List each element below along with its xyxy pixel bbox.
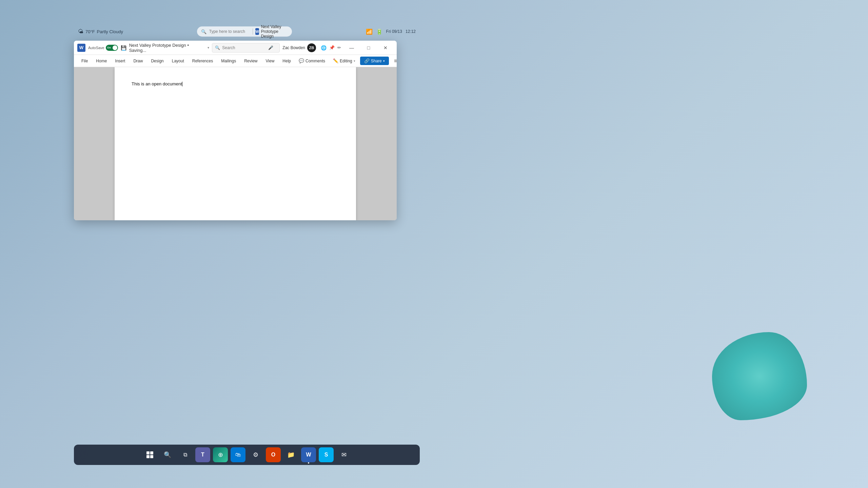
mic-icon[interactable]: 🎤 [268, 45, 273, 50]
editing-button[interactable]: ✏️ Editing ▾ [330, 57, 358, 65]
office-icon[interactable]: O [266, 447, 281, 462]
pin-icon[interactable]: 📌 [329, 45, 335, 50]
system-tray: 📶 🔋 Fri 09/13 12:12 [366, 28, 416, 35]
search-button[interactable]: 🔍 [160, 447, 175, 462]
search-icon: 🔍 [201, 29, 206, 34]
ribbon-tab-mailings[interactable]: Mailings [218, 57, 239, 65]
ribbon-tab-layout[interactable]: Layout [169, 57, 188, 65]
weather-temp: 70°F [85, 29, 95, 34]
edge-icon[interactable]: ⊕ [213, 447, 228, 462]
word-icon-small: W [255, 28, 259, 35]
taskbar-search[interactable]: 🔍 W Next Valley Prototype Design [197, 26, 292, 37]
globe-icon[interactable]: 🌐 [321, 45, 327, 50]
word-taskbar-icon[interactable]: W [301, 447, 316, 462]
doc-title-chevron[interactable]: ▾ [208, 46, 209, 49]
editing-label: Editing [340, 59, 352, 63]
word-window: W AutoSave On 💾 Next Valley Prototype De… [74, 41, 397, 220]
ribbon-search-input[interactable] [222, 45, 266, 50]
ribbon-actions: 💬 Comments ✏️ Editing ▾ 🔗 Share ▾ ≡ [296, 56, 397, 66]
ribbon-tab-help[interactable]: Help [279, 57, 294, 65]
comments-button[interactable]: 💬 Comments [296, 57, 328, 65]
explorer-icon[interactable]: 📁 [283, 447, 298, 462]
time: 12:12 [406, 29, 416, 34]
editing-icon: ✏️ [333, 58, 338, 63]
doc-title-area: Next Valley Prototype Design • Saving...… [129, 43, 210, 53]
user-area: Zac Bowden ZB [282, 43, 316, 52]
ribbon: File Home Insert Draw Design Layout Refe… [74, 55, 397, 67]
autosave-label: AutoSave [88, 46, 104, 50]
ribbon-tab-references[interactable]: References [189, 57, 216, 65]
active-app-name: Next Valley Prototype Design [261, 24, 288, 39]
close-button[interactable]: ✕ [378, 41, 393, 55]
datetime[interactable]: Fri 09/13 12:12 [386, 29, 416, 34]
date: Fri 09/13 [386, 29, 402, 34]
teams-icon[interactable]: T [195, 447, 210, 462]
ribbon-tab-draw[interactable]: Draw [130, 57, 146, 65]
doc-content[interactable]: This is an open document [132, 81, 339, 87]
doc-left-margin [74, 67, 115, 220]
window-controls: — □ ✕ [344, 41, 393, 55]
editing-chevron: ▾ [354, 59, 355, 63]
mail-icon[interactable]: ✉ [336, 447, 351, 462]
skype-icon[interactable]: S [319, 447, 334, 462]
comments-label: Comments [305, 59, 325, 63]
battery-icon[interactable]: 🔋 [376, 28, 383, 35]
minimize-button[interactable]: — [344, 41, 359, 55]
share-button[interactable]: 🔗 Share ▾ [360, 57, 389, 65]
autosave-area: AutoSave On [88, 45, 118, 51]
toggle-on-label: On [107, 46, 111, 49]
pen-icon[interactable]: ✏ [337, 45, 341, 50]
weather-icon: 🌤 [78, 28, 83, 35]
doc-right-margin [356, 67, 397, 220]
taskbar: 🔍 ⧉ T ⊕ 🛍 ⚙ O 📁 W S ✉ [74, 445, 420, 465]
user-name: Zac Bowden [282, 45, 305, 50]
store-icon[interactable]: 🛍 [231, 447, 245, 462]
nav-pane-button[interactable]: ≡ [391, 56, 397, 66]
doc-text-content: This is an open document [132, 81, 182, 86]
title-bar: W AutoSave On 💾 Next Valley Prototype De… [74, 41, 397, 55]
ribbon-tab-home[interactable]: Home [93, 57, 110, 65]
ribbon-tab-review[interactable]: Review [241, 57, 261, 65]
word-logo: W [77, 44, 85, 52]
share-icon: 🔗 [364, 58, 370, 63]
autosave-toggle[interactable]: On [106, 45, 118, 51]
ribbon-tab-insert[interactable]: Insert [112, 57, 129, 65]
user-avatar[interactable]: ZB [307, 43, 316, 52]
weather-condition: Partly Cloudy [97, 29, 123, 34]
ribbon-tab-design[interactable]: Design [147, 57, 167, 65]
windows-logo [146, 451, 153, 458]
share-label: Share [371, 59, 382, 63]
weather-widget[interactable]: 🌤 70°F Partly Cloudy [78, 28, 123, 35]
taskbar-search-input[interactable] [209, 29, 250, 34]
ribbon-tab-file[interactable]: File [78, 57, 91, 65]
doc-page[interactable]: This is an open document [115, 67, 356, 220]
ribbon-search[interactable]: 🔍 🎤 [212, 43, 280, 53]
share-chevron: ▾ [383, 59, 385, 63]
document-area: This is an open document [74, 67, 397, 220]
save-icon[interactable]: 💾 [121, 45, 126, 50]
text-cursor [182, 82, 182, 86]
wifi-icon[interactable]: 📶 [366, 28, 373, 35]
active-app-pill: W Next Valley Prototype Design [255, 24, 288, 39]
start-button[interactable] [142, 447, 157, 462]
ribbon-tab-view[interactable]: View [262, 57, 278, 65]
maximize-button[interactable]: □ [361, 41, 376, 55]
toggle-knob [113, 45, 117, 50]
comments-icon: 💬 [299, 58, 304, 63]
settings-icon[interactable]: ⚙ [248, 447, 263, 462]
top-bar: 🌤 70°F Partly Cloudy 🔍 W Next Valley Pro… [74, 24, 420, 39]
search-divider [253, 28, 253, 35]
taskview-button[interactable]: ⧉ [178, 447, 193, 462]
ribbon-search-icon: 🔍 [215, 45, 220, 50]
doc-title: Next Valley Prototype Design • Saving... [129, 43, 206, 53]
